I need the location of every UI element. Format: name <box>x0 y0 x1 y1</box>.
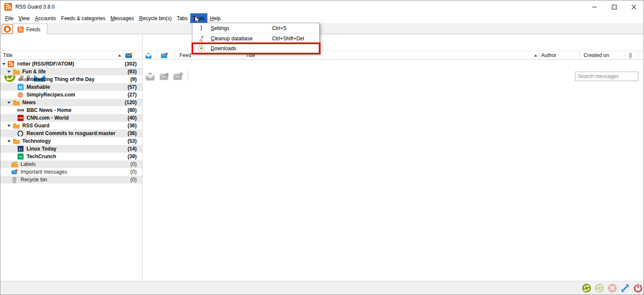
unread-count: (40) <box>128 115 142 121</box>
menu-item-settings[interactable]: Settings Ctrl+S <box>192 23 319 33</box>
menu-feeds-categories[interactable]: Feeds & categories <box>59 13 108 23</box>
sort-ascending-icon <box>534 54 537 57</box>
feed-row-recycle-bin[interactable]: Recycle bin (0) <box>0 176 142 184</box>
menu-view[interactable]: View <box>16 13 32 23</box>
column-headers: Title Feed Title Author Created on <box>0 51 644 60</box>
statusbar-stop-disabled-button[interactable] <box>608 283 617 293</box>
rss-tab-icon <box>18 27 24 33</box>
menu-help[interactable]: Help <box>207 13 223 23</box>
feed-row[interactable]: SimplyRecipes.com (27) <box>0 91 142 99</box>
feed-row[interactable]: Interesting Thing of the Day (9) <box>0 75 142 83</box>
messages-header-created[interactable]: Created on <box>584 52 609 58</box>
maximize-button[interactable] <box>604 0 624 13</box>
unread-count: (120) <box>125 99 142 105</box>
messages-header-author[interactable]: Author <box>541 52 556 58</box>
unread-count: (9) <box>130 76 142 82</box>
github-icon <box>17 130 24 137</box>
expand-arrow-icon[interactable] <box>7 71 11 73</box>
feed-row-category[interactable]: Technology (53) <box>0 137 142 145</box>
title-bar: RSS Guard 3.8.0 <box>0 0 644 13</box>
feed-row-account[interactable]: rotter (RSS/RDF/ATOM) (302) <box>0 60 142 68</box>
important-mail-icon <box>11 169 18 175</box>
access-key: A <box>35 15 38 21</box>
expand-arrow-icon[interactable] <box>7 125 11 127</box>
mouse-cursor <box>195 15 201 24</box>
feed-row-category[interactable]: Fun & life (93) <box>0 68 142 75</box>
unread-count-column-icon[interactable] <box>125 52 133 59</box>
label-rest: leanup database <box>215 36 253 42</box>
unread-count: (57) <box>128 84 142 90</box>
header-separator <box>638 51 638 60</box>
svg-text:TC: TC <box>18 155 22 158</box>
header-separator <box>580 51 580 60</box>
read-column-icon[interactable] <box>145 53 152 59</box>
importance-column-icon[interactable] <box>161 52 168 59</box>
cleanup-broom-icon <box>197 35 206 42</box>
messages-header-feed[interactable]: Feed <box>180 52 191 58</box>
feeds-header-title[interactable]: Title <box>3 52 12 58</box>
menu-tabs[interactable]: Tabs <box>174 13 190 23</box>
folder-icon <box>12 99 20 106</box>
minimize-icon <box>592 5 597 9</box>
feed-row[interactable]: BBC BBC News - Home (80) <box>0 106 142 114</box>
unread-count: (0) <box>130 177 142 183</box>
home-tab-button[interactable] <box>2 24 13 34</box>
feed-row[interactable]: M Mashable (57) <box>0 83 142 91</box>
feed-row[interactable]: lt Linux Today (14) <box>0 145 142 153</box>
feed-title: Recent Commits to rssguard:master <box>27 130 115 136</box>
svg-text:M: M <box>19 85 22 90</box>
statusbar-sync-button[interactable] <box>582 283 591 293</box>
expand-arrow-icon[interactable] <box>7 102 11 104</box>
menu-shortcut: Ctrl+S <box>272 25 287 31</box>
feed-row-category[interactable]: News (120) <box>0 99 142 106</box>
feed-row[interactable]: Recent Commits to rssguard:master (36) <box>0 129 142 137</box>
mark-important-button-disabled[interactable] <box>173 72 183 81</box>
home-icon <box>3 25 11 33</box>
feed-title: Labels <box>21 161 36 167</box>
mark-read-button-disabled[interactable] <box>145 72 155 81</box>
menu-item-cleanup-database[interactable]: Cleanup database Ctrl+Shift+Del <box>192 33 319 43</box>
menu-accounts[interactable]: Accounts <box>32 13 58 23</box>
tab-feeds[interactable]: Feeds <box>13 24 48 35</box>
close-button[interactable] <box>624 0 644 13</box>
fullscreen-button[interactable] <box>620 283 630 293</box>
tab-bar: Feeds <box>0 23 644 34</box>
feed-title: SimplyRecipes.com <box>27 92 75 98</box>
folder-icon <box>12 122 20 129</box>
tab-feeds-label: Feeds <box>26 27 40 33</box>
expand-arrow-icon[interactable] <box>7 140 11 142</box>
feed-row-labels[interactable]: Labels (0) <box>0 160 142 168</box>
window-controls <box>584 0 644 13</box>
expand-arrow-icon[interactable] <box>2 63 6 65</box>
linux-today-icon: lt <box>17 145 24 152</box>
status-bar <box>0 281 644 295</box>
power-quit-button[interactable] <box>633 283 643 293</box>
unread-count: (80) <box>128 107 142 113</box>
feed-list: rotter (RSS/RDF/ATOM) (302) Fun & life (… <box>0 60 142 184</box>
minimize-button[interactable] <box>584 0 604 13</box>
menu-label-rest: ccounts <box>38 15 56 21</box>
attachment-column-icon[interactable] <box>628 52 633 59</box>
mashable-icon: M <box>17 84 24 90</box>
header-separator <box>157 51 157 60</box>
search-input[interactable] <box>575 72 638 81</box>
panel-splitter[interactable] <box>142 34 143 281</box>
app-window: RSS Guard 3.8.0 File View Accounts Feeds… <box>0 0 644 295</box>
feed-row-important[interactable]: Important messages (0) <box>0 168 142 176</box>
feed-row[interactable]: TC TechCrunch (39) <box>0 153 142 160</box>
feed-row-category[interactable]: RSS Guard (36) <box>0 122 142 129</box>
statusbar-sync-disabled-button[interactable] <box>595 283 604 293</box>
menu-recycle-bins[interactable]: Recycle bin(s) <box>137 13 174 23</box>
header-separator <box>123 51 123 60</box>
mark-starred-button-disabled[interactable] <box>159 72 169 81</box>
cnn-icon: CNN <box>17 114 24 121</box>
label-rest: ettings <box>214 25 229 31</box>
menu-label-rest: ile <box>8 15 13 21</box>
menu-label: Feeds & categories <box>61 15 105 21</box>
feed-row[interactable]: CNN CNN.com - World (40) <box>0 114 142 122</box>
folder-icon <box>12 138 20 144</box>
header-separator <box>625 51 625 60</box>
menu-file[interactable]: File <box>3 13 16 23</box>
feed-title: rotter (RSS/RDF/ATOM) <box>17 61 74 67</box>
menu-messages[interactable]: Messages <box>108 13 137 23</box>
